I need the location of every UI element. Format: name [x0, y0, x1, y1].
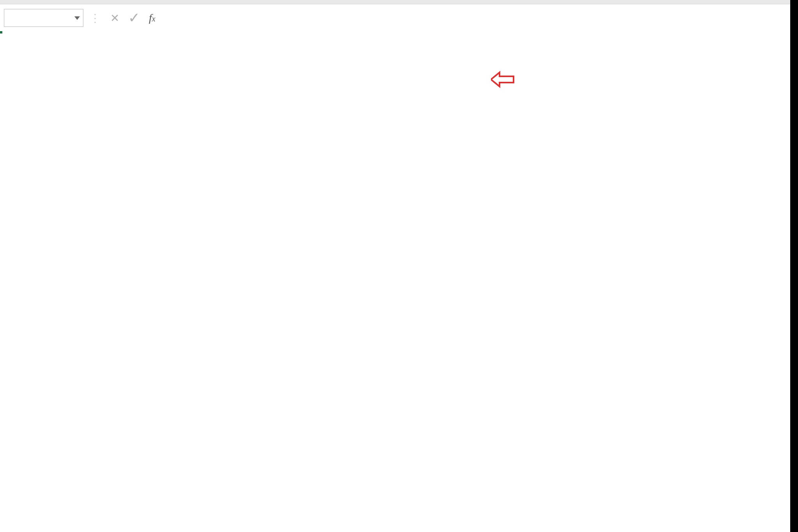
name-box-dropdown-icon[interactable]: [74, 16, 80, 20]
annotation-arrow: [491, 71, 514, 86]
formula-bar: ⋮ ✕ ✓ fx: [0, 6, 798, 30]
window-edge: [790, 0, 798, 532]
formula-input[interactable]: [162, 9, 794, 26]
selection-rectangle: [0, 31, 2, 33]
enter-formula-button[interactable]: ✓: [126, 10, 142, 26]
ribbon-area: [0, 0, 798, 4]
fx-icon[interactable]: fx: [149, 12, 155, 24]
divider: ⋮: [90, 12, 101, 25]
spreadsheet-grid[interactable]: [0, 31, 798, 532]
name-box[interactable]: [4, 9, 83, 27]
cancel-formula-button[interactable]: ✕: [107, 10, 122, 26]
